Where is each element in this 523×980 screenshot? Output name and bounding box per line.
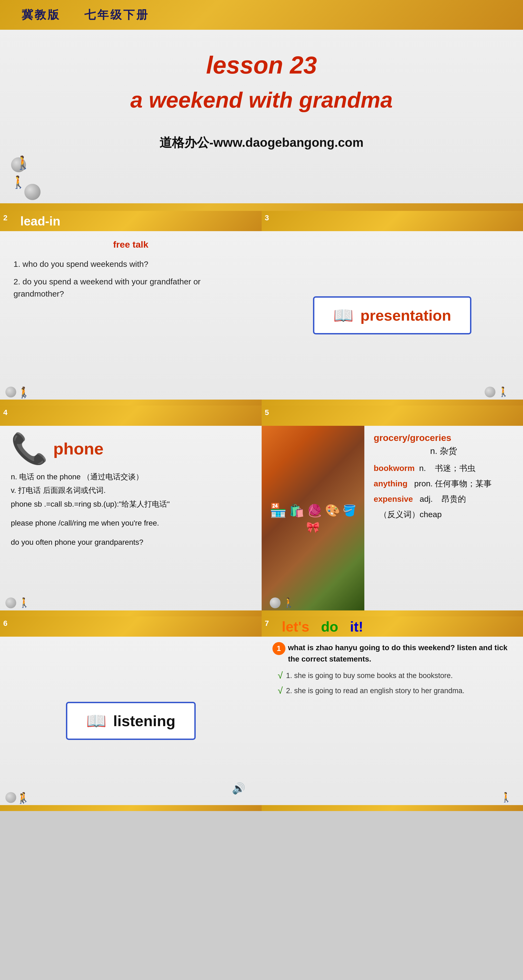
task-row: 1 what is zhao hanyu going to do this we… [272,642,512,665]
slide2-header: 2 lead-in [0,211,262,231]
listening-box: 📖 listening [66,702,196,740]
slide7-bottom-bar [262,805,523,811]
slide2-q1: 1. who do you spend weekends with? [14,258,248,270]
free-talk-label: free talk [14,239,248,250]
slide2-q2: 2. do you spend a weekend with your gran… [14,275,248,300]
listening-label: listening [113,712,175,730]
slide6-content: 📖 listening [0,637,262,805]
check-row-2: √ 2. she is going to read an english sto… [272,685,512,697]
slide4-content: 📞 phone n. 电话 on the phone （通过电话交谈） v. 打… [0,426,262,554]
slide-7: 7 let's do it! 1 what is zhao hanyu goin… [262,616,523,811]
slide5-header: 5 [262,406,523,426]
slide4-bottom-bar [0,611,262,616]
vocab1-word: grocery/groceries [374,433,514,443]
grocery-image: 🏪 🛍️ 🧶 🎨 🪣 🎀 [262,426,364,611]
phone-example1: please phone /call/ring me when you're f… [11,516,251,530]
speaker-icon: 🔊 [232,782,245,795]
slide-6: 6 📖 listening 🔊 🚶 🚶 [0,616,262,811]
vocab3-line: anything pron. 任何事物；某事 [374,477,514,490]
task-description: what is zhao hanyu going to do this week… [288,642,512,665]
slide4-header: 4 [0,406,262,426]
slide3-number: 3 [265,213,269,222]
task-number: 1 [272,642,285,655]
slide5-bottom-bar [262,611,523,616]
vocab2-line: bookworm n. 书迷；书虫 [374,462,514,474]
checkmark-1: √ [278,670,283,681]
slide7-number: 7 [265,619,269,628]
vocab1-cn: n. 杂货 [374,445,514,457]
vocab4-antonym: （反义词）cheap [374,508,514,520]
phone-icon: 📞 [11,431,48,466]
slide2-number: 2 [3,213,8,222]
check-item-2: 2. she is going to read an english story… [286,685,464,697]
slide2-bottom-bar [0,399,262,406]
slide3-content: 📖 presentation [262,231,523,399]
phone-line3: phone sb .=call sb.=ring sb.(up):"给某人打电话… [11,498,251,511]
slide5-content: 🏪 🛍️ 🧶 🎨 🪣 🎀 grocery/groceries n. 杂货 [262,426,523,611]
lets-word-it: it! [350,619,363,635]
slide-2: 2 lead-in free talk 1. who do you spend … [0,211,262,406]
publisher-label: 冀教版 [22,8,60,21]
presentation-box: 📖 presentation [313,296,471,334]
checkmark-2: √ [278,685,283,696]
slide-4: 4 📞 phone n. 电话 on the phone （通过电话交谈） v.… [0,406,262,616]
slide2-content: free talk 1. who do you spend weekends w… [0,231,262,313]
slide7-content: 1 what is zhao hanyu going to do this we… [262,637,523,706]
lets-word-do: do [321,619,339,635]
slide1-subtitle: a weekend with grandma [130,88,393,113]
slide3-bottom-bar [262,399,523,406]
lets-do-title: let's do it! [269,619,363,635]
vocab-list: grocery/groceries n. 杂货 bookworm n. 书迷；书… [364,426,523,611]
grade-label: 七年级下册 [84,8,149,21]
slide1-main: lesson 23 a weekend with grandma 道格办公-ww… [0,30,523,151]
slide-5: 5 🏪 🛍️ 🧶 🎨 🪣 🎀 grocer [262,406,523,616]
listen-book-icon: 📖 [86,711,107,730]
presentation-label: presentation [360,307,451,324]
grocery-photo: 🏪 🛍️ 🧶 🎨 🪣 🎀 [262,426,364,611]
vocab4-line: expensive adj. 昂贵的 [374,493,514,505]
slide4-number: 4 [3,408,8,417]
phone-line1: n. 电话 on the phone （通过电话交谈） [11,470,251,484]
phone-line2: v. 打电话 后面跟名词或代词. [11,484,251,497]
book-icon: 📖 [333,306,353,325]
slide5-number: 5 [265,408,269,417]
slide2-title: lead-in [7,214,60,228]
lets-word-let: let's [282,619,310,635]
lesson-title: lesson 23 [206,51,317,79]
website-label: 道格办公-www.daogebangong.com [159,134,364,151]
slide6-bottom-bar [0,805,262,811]
check-item-1: 1. she is going to buy some books at the… [286,670,453,681]
slide7-header: 7 let's do it! [262,616,523,637]
slides-grid: 2 lead-in free talk 1. who do you spend … [0,211,523,811]
top-bar: 冀教版 七年级下册 [0,0,523,30]
phone-word: phone [53,439,103,458]
phone-example2: do you often phone your grandparents? [11,536,251,549]
header-text: 冀教版 七年级下册 [22,7,149,22]
slide1-bottom-bar [0,203,523,211]
slide6-number: 6 [3,619,8,628]
slide6-header: 6 [0,616,262,637]
check-row-1: √ 1. she is going to buy some books at t… [272,670,512,681]
phone-row: 📞 phone [11,431,251,466]
slide-1: 冀教版 七年级下册 lesson 23 a weekend with grand… [0,0,523,211]
slide3-header: 3 [262,211,523,231]
slide-3: 3 📖 presentation 🚶 [262,211,523,406]
